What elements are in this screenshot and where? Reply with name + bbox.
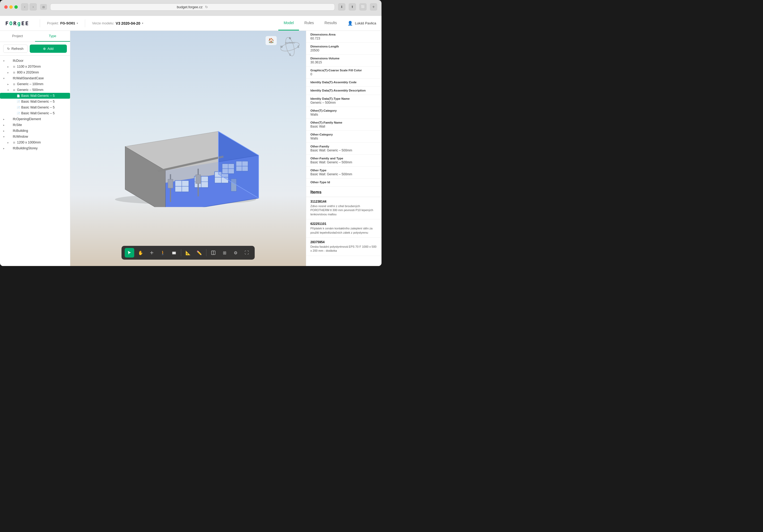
tree-expand-icon: ▸ <box>3 118 7 121</box>
nav-results[interactable]: Results <box>319 16 342 31</box>
property-value: Basic Wall: Generic – 500mm <box>310 149 377 152</box>
item-row[interactable]: 28375954 Deska fasádní polystyrénová EPS… <box>306 238 382 256</box>
refresh-icon: ↻ <box>7 47 10 51</box>
building-scene <box>109 106 268 207</box>
property-row: Graphics(T)-Coarse Scale Fill Color 0 <box>306 66 382 78</box>
property-name: Other(T)-Family Name <box>310 121 377 124</box>
tool-select-button[interactable] <box>125 248 134 258</box>
tree-item-wall-generic-100[interactable]: ▸ ⊞ Generic – 100mm <box>0 81 70 87</box>
share-button[interactable]: ⬆ <box>349 3 356 11</box>
tab-button[interactable]: ⬜ <box>359 3 367 11</box>
tree-expand-icon: ▸ <box>7 71 11 74</box>
svg-text:E: E <box>298 45 299 48</box>
tree-node-icon: ⊞ <box>12 65 16 68</box>
item-row[interactable]: 622251101 Příplatek k cenám kontaktního … <box>306 219 382 238</box>
version-label: Verze modelu: <box>92 21 114 25</box>
property-name: Dimensions-Area <box>310 33 377 36</box>
tree-node-icon: ⊞ <box>12 141 16 144</box>
tree-node-icon: 📄 <box>16 94 20 97</box>
new-tab-button[interactable]: + <box>370 3 377 11</box>
tree-item-label: IfcWindow <box>13 135 28 139</box>
tool-annotate-button[interactable]: ✏️ <box>194 248 204 258</box>
tree-item-ifc-storey[interactable]: ▸ IfcBuildingStorey <box>0 145 70 151</box>
tree-item-ifc-opening[interactable]: ▸ IfcOpeningElement <box>0 116 70 122</box>
tool-camera-button[interactable] <box>169 248 179 258</box>
address-bar-url: budget.forgee.cz <box>177 5 203 9</box>
traffic-light-red[interactable] <box>4 5 8 9</box>
refresh-button[interactable]: ↻ Refresh <box>3 45 28 53</box>
viewport[interactable]: N E S W ZEPŘEDU 🏠 <box>70 31 306 266</box>
tree-item-ifc-window[interactable]: ▾ IfcWindow <box>0 134 70 140</box>
tree-item-label: 800 x 2020mm <box>17 70 39 74</box>
tree-item-basic-wall-3[interactable]: 📄 Basic Wall:Generic – 5 <box>0 104 70 110</box>
tree-node-icon: ⊞ <box>12 71 16 74</box>
property-value: 0 <box>310 72 377 76</box>
tool-walk-button[interactable]: 🚶 <box>158 248 168 258</box>
tree-item-basic-wall-1[interactable]: 📄 Basic Wall:Generic – 5 <box>0 93 70 99</box>
item-row[interactable]: 311238144 Zdivo nosné vnitřní z cihel br… <box>306 197 382 219</box>
tree-item-window-1200[interactable]: ▸ ⊞ 1200 x 1000mm <box>0 140 70 145</box>
tab-type[interactable]: Type <box>35 31 70 42</box>
property-row: Dimensions-Area 60.723 <box>306 31 382 43</box>
tree-item-basic-wall-2[interactable]: 📄 Basic Wall:Generic – 5 <box>0 99 70 104</box>
project-selector[interactable]: Projekt: FG-SO01 ▾ <box>44 20 81 27</box>
tool-pan-button[interactable]: ✋ <box>136 248 145 258</box>
property-value: 20500 <box>310 49 377 52</box>
item-description: Deska fasádní polystyrénová EPS 70 F 100… <box>310 245 377 253</box>
property-name: Dimensions-Volume <box>310 57 377 60</box>
item-id: 28375954 <box>310 240 377 244</box>
tab-project[interactable]: Project <box>0 31 35 42</box>
svg-text:W: W <box>280 45 283 48</box>
tree-item-door-1100[interactable]: ▸ ⊞ 1100 x 2070mm <box>0 64 70 69</box>
tree-item-label: Basic Wall:Generic – 5 <box>21 106 54 109</box>
tree-expand-icon: ▸ <box>3 147 7 150</box>
property-row: Identity Data(T)-Assembly Code <box>306 78 382 87</box>
tree-item-label: IfcSite <box>13 123 22 127</box>
property-row: Dimensions-Length 20500 <box>306 43 382 54</box>
tree-item-door-800[interactable]: ▸ ⊞ 800 x 2020mm <box>0 69 70 75</box>
tree-item-ifc-wall[interactable]: ▾ IfcWallStandardCase <box>0 75 70 81</box>
nav-model[interactable]: Model <box>278 16 299 31</box>
property-name: Other-Family and Type <box>310 157 377 160</box>
header-divider-1 <box>40 19 40 27</box>
back-button[interactable]: ‹ <box>21 3 28 11</box>
tool-fullscreen-button[interactable]: ⛶ <box>242 248 252 258</box>
traffic-light-green[interactable] <box>14 5 18 9</box>
property-row: Identity Data(T)-Assembly Description <box>306 87 382 95</box>
tree-item-ifc-door[interactable]: ▾ IfcDoor <box>0 58 70 64</box>
home-button[interactable]: 🏠 <box>266 36 277 45</box>
left-sidebar: Project Type ↻ Refresh ⊕ Add ▾ IfcDoor ▸… <box>0 31 70 266</box>
property-name: Identity Data(T)-Type Name <box>310 97 377 100</box>
tree-item-ifc-building[interactable]: ▸ IfcBuilding <box>0 128 70 134</box>
tree-item-label: 1100 x 2070mm <box>17 65 41 68</box>
add-icon: ⊕ <box>43 47 46 51</box>
add-button[interactable]: ⊕ Add <box>30 45 67 53</box>
property-row: Other-Family and Type Basic Wall: Generi… <box>306 155 382 166</box>
window-toggle-button[interactable]: ⊡ <box>40 4 47 10</box>
tree-item-label: Basic Wall:Generic – 5 <box>21 100 54 103</box>
nav-rules[interactable]: Rules <box>299 16 319 31</box>
toolbar-separator-2 <box>206 249 206 256</box>
tree-node-icon: 📄 <box>16 106 20 109</box>
property-name: Other-Family <box>310 145 377 148</box>
user-section[interactable]: 👤 Lukáš Pavlica <box>348 21 376 26</box>
tree-item-label: Generic – 100mm <box>17 82 43 86</box>
tool-settings-button[interactable]: ⚙ <box>231 248 240 258</box>
app-logo: FORgEE <box>5 20 29 27</box>
tool-measure-button[interactable]: 📐 <box>183 248 193 258</box>
tool-layers-button[interactable]: ⊞ <box>220 248 229 258</box>
traffic-light-yellow[interactable] <box>9 5 13 9</box>
forward-button[interactable]: › <box>30 3 37 11</box>
tool-section-button[interactable] <box>208 248 218 258</box>
tool-orbit-button[interactable] <box>147 248 157 258</box>
reload-button[interactable]: ↻ <box>205 5 208 9</box>
tree-item-ifc-site[interactable]: ▸ IfcSite <box>0 122 70 128</box>
refresh-label: Refresh <box>11 47 24 51</box>
tree-item-wall-generic-500[interactable]: ▾ ⊞ Generic – 500mm <box>0 87 70 93</box>
add-label: Add <box>48 47 54 51</box>
version-selector[interactable]: Verze modelu: V3 2020-04-20 ▾ <box>89 20 146 27</box>
download-button[interactable]: ⬇ <box>338 3 345 11</box>
tree-item-label: 1200 x 1000mm <box>17 141 41 144</box>
tree-item-basic-wall-4[interactable]: 📄 Basic Wall:Generic – 5 <box>0 110 70 116</box>
tree-expand-icon: ▾ <box>3 77 7 80</box>
